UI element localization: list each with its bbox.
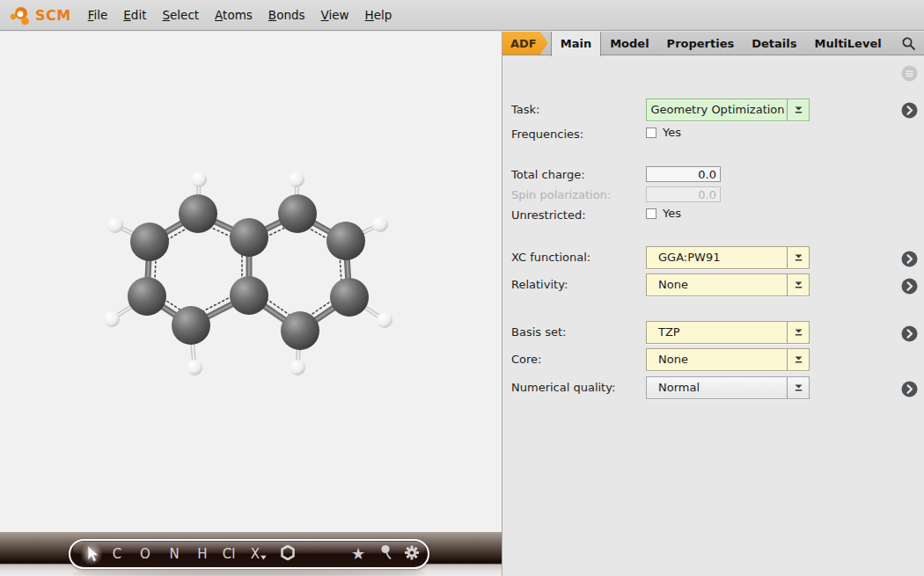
input-panel: ADF Main Model Properties Details MultiL…: [502, 32, 924, 576]
menu-file[interactable]: File: [80, 0, 116, 30]
hydrogen-atom[interactable]: [187, 360, 202, 375]
carbon-atom[interactable]: [330, 278, 369, 317]
carbon-atom[interactable]: [130, 222, 169, 261]
molecule-naphthalene[interactable]: [0, 32, 502, 532]
element-n-button[interactable]: N: [169, 548, 179, 561]
menu-bonds[interactable]: Bonds: [260, 0, 313, 30]
relativity-label: Relativity:: [511, 278, 568, 292]
task-label: Task:: [511, 103, 539, 117]
total-charge-label: Total charge:: [511, 168, 585, 182]
scm-logo-icon: [7, 2, 33, 28]
gear-icon: [404, 545, 420, 561]
ring-tool-button[interactable]: [280, 545, 296, 564]
dropdown-arrow-icon: [787, 99, 809, 120]
spin-polarization-input: [646, 186, 721, 202]
frequencies-checkbox-label: Yes: [663, 127, 681, 139]
xc-functional-value: GGA:PW91: [647, 247, 787, 268]
menu-atoms[interactable]: Atoms: [207, 0, 260, 30]
detail-chevron-icon: [901, 102, 918, 119]
task-details-button[interactable]: [901, 102, 918, 119]
settings-tool-button[interactable]: [404, 545, 420, 564]
numerical-quality-label: Numerical quality:: [511, 381, 615, 395]
unrestricted-label: Unrestricted:: [511, 208, 586, 222]
structure-tool-button[interactable]: ★: [351, 546, 365, 562]
carbon-atom[interactable]: [172, 306, 210, 345]
relativity-details-button[interactable]: [901, 278, 918, 295]
scm-logo: SCM: [7, 2, 71, 28]
element-x-button[interactable]: X: [251, 548, 267, 561]
dropdown-arrow-icon: [787, 349, 809, 370]
basis-set-details-button[interactable]: [901, 325, 918, 342]
relativity-value: None: [647, 274, 787, 295]
basis-set-dropdown[interactable]: TZP: [646, 321, 810, 344]
hydrogen-atom[interactable]: [289, 171, 304, 187]
carbon-atom[interactable]: [230, 276, 268, 315]
scm-logo-text: SCM: [35, 7, 71, 24]
menu-help[interactable]: Help: [357, 0, 400, 30]
balloon-tool-button[interactable]: [380, 545, 392, 564]
menu-view[interactable]: View: [313, 0, 357, 30]
core-dropdown[interactable]: None: [646, 348, 810, 371]
unrestricted-checkbox[interactable]: Yes: [646, 208, 681, 220]
tab-details[interactable]: Details: [743, 32, 805, 55]
carbon-atom[interactable]: [230, 218, 268, 257]
xc-functional-dropdown[interactable]: GGA:PW91: [646, 246, 810, 269]
pointer-tool-button[interactable]: [80, 543, 103, 565]
detail-chevron-icon: [901, 278, 918, 295]
carbon-atom[interactable]: [179, 194, 217, 233]
panel-menu-button[interactable]: [901, 65, 918, 85]
element-cl-button[interactable]: Cl: [223, 548, 236, 561]
toolbar-reflection: [72, 571, 426, 576]
numerical-quality-value: Normal: [647, 377, 787, 398]
detail-chevron-icon: [901, 325, 918, 342]
tab-properties[interactable]: Properties: [658, 32, 744, 55]
molecule-viewer[interactable]: C O N H Cl X ★: [0, 32, 502, 576]
carbon-atom[interactable]: [278, 194, 317, 233]
hydrogen-atom[interactable]: [191, 171, 207, 187]
adfinput-window: SCM File Edit Select Atoms Bonds View He…: [0, 0, 924, 576]
x-element-menu-caret-icon: [260, 556, 267, 560]
menu-select[interactable]: Select: [154, 0, 207, 30]
element-h-button[interactable]: H: [197, 548, 207, 561]
frequencies-label: Frequencies:: [511, 128, 583, 142]
hydrogen-atom[interactable]: [107, 217, 123, 233]
element-o-button[interactable]: O: [140, 548, 150, 561]
total-charge-input[interactable]: [646, 166, 721, 182]
dropdown-arrow-icon: [787, 322, 809, 343]
hydrogen-atom[interactable]: [290, 360, 305, 375]
carbon-atom[interactable]: [128, 277, 166, 316]
hydrogen-atom[interactable]: [372, 216, 388, 232]
core-label: Core:: [511, 353, 541, 367]
tab-model[interactable]: Model: [601, 32, 657, 55]
detail-chevron-icon: [901, 381, 918, 397]
tabbar: ADF Main Model Properties Details MultiL…: [502, 32, 924, 55]
panel-menu-icon: [901, 65, 918, 82]
numerical-quality-details-button[interactable]: [901, 381, 918, 397]
xc-functional-details-button[interactable]: [901, 251, 918, 267]
hydrogen-atom[interactable]: [104, 311, 120, 327]
ring-tool-icon: [280, 545, 296, 561]
star-icon: ★: [351, 544, 365, 563]
relativity-dropdown[interactable]: None: [646, 273, 810, 296]
adf-method-tab[interactable]: ADF: [502, 32, 548, 55]
element-toolbar: C O N H Cl X ★: [69, 539, 429, 569]
tab-main[interactable]: Main: [551, 32, 601, 56]
pointer-icon: [80, 543, 103, 565]
frequencies-checkbox[interactable]: Yes: [646, 127, 681, 139]
numerical-quality-dropdown[interactable]: Normal: [646, 376, 810, 399]
carbon-atom[interactable]: [326, 222, 365, 260]
carbon-atom[interactable]: [281, 311, 319, 350]
tab-multilevel[interactable]: MultiLevel: [806, 32, 891, 55]
balloon-icon: [380, 545, 392, 561]
main-tab-content: Task: Geometry Optimization Frequencies:…: [502, 55, 924, 575]
menu-edit[interactable]: Edit: [115, 0, 154, 30]
search-icon: [901, 36, 916, 51]
search-button[interactable]: [901, 32, 924, 55]
spin-polarization-label: Spin polarization:: [511, 188, 611, 202]
dropdown-arrow-icon: [787, 274, 809, 295]
task-value: Geometry Optimization: [647, 99, 787, 120]
hydrogen-atom[interactable]: [377, 312, 392, 328]
task-dropdown[interactable]: Geometry Optimization: [646, 98, 810, 121]
element-c-button[interactable]: C: [113, 548, 121, 561]
basis-set-label: Basis set:: [511, 325, 566, 339]
